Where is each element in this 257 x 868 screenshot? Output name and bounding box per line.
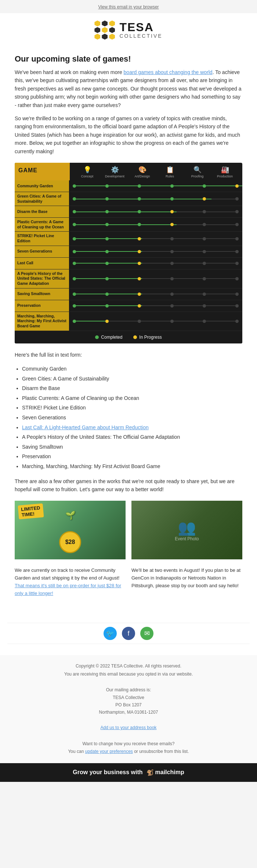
track-dot [235, 304, 239, 308]
hex-4 [94, 27, 100, 33]
body-paragraph-3: There are also a few other games in the … [15, 477, 242, 494]
view-browser-link[interactable]: View this email in your browser [98, 4, 159, 10]
list-item: Green Cities: A Game of Sustainability [22, 374, 242, 384]
images-row: LIMITEDTIME! 🌱 $28 👥 Event Photo [15, 501, 242, 559]
limited-time-badge: LIMITEDTIME! [18, 503, 44, 519]
track-dot [138, 197, 141, 201]
page-title: Our upcoming slate of games! [15, 54, 242, 64]
footer: Copyright © 2022 TESA Collective. All ri… [0, 655, 257, 763]
track-dots-row [73, 210, 239, 213]
track-dot [235, 223, 239, 226]
track-dots-row [73, 277, 239, 280]
mailchimp-brand: mailchimp [155, 769, 184, 776]
chart-row: Preservation [15, 300, 242, 312]
stage-artdesign: 🎨 Art/Design [131, 166, 153, 178]
list-item: Saving Smalltown [22, 442, 242, 452]
hex-2 [102, 21, 108, 26]
chart-game-name: Last Call [15, 258, 69, 269]
event-image: 👥 Event Photo [131, 501, 242, 559]
track-dot [235, 277, 239, 280]
track-dot [170, 320, 174, 323]
mailing-label: Our mailing address is: [15, 686, 242, 694]
track-dot [235, 210, 239, 213]
track-dot [138, 293, 141, 296]
facebook-icon[interactable]: f [122, 627, 135, 640]
email-icon[interactable]: ✉ [140, 627, 153, 640]
track-dot [105, 223, 109, 226]
board-games-link[interactable]: board games about changing the world [124, 69, 213, 75]
mailchimp-logo[interactable]: 🐒 mailchimp [146, 769, 184, 776]
add-address-link[interactable]: Add us to your address book [101, 725, 157, 730]
events-text-col: We'll be at two events in August! If you… [131, 567, 242, 597]
track-dot [235, 237, 239, 240]
logo-container: TESA Collective [15, 21, 242, 40]
proofing-icon: 🔍 [193, 166, 202, 174]
track-dots-row [73, 184, 239, 188]
chart-row: STRIKE! Picket Line Edition [15, 232, 242, 246]
track-dots-row [73, 250, 239, 253]
progress-chart: GAME 💡 Concept ⚙️ Development 🎨 Art/Desi… [15, 163, 242, 343]
chart-track [69, 288, 242, 300]
track-dot [138, 237, 141, 240]
track-dots-row [73, 304, 239, 308]
chart-track [69, 232, 242, 245]
track-dots-row [73, 320, 239, 323]
chart-track [69, 258, 242, 269]
track-dot [73, 237, 76, 240]
chart-game-name: Community Garden [15, 180, 69, 192]
last-call-link[interactable]: Last Call: A Light-Hearted Game about Ha… [22, 424, 149, 430]
preorder-link[interactable]: That means it's still be on pre-order fo… [15, 583, 121, 596]
chart-row: Saving Smalltown [15, 288, 242, 300]
header: TESA Collective [0, 13, 257, 47]
unsub-row: You can update your preferences or unsub… [15, 748, 242, 756]
chart-game-name: Preservation [15, 300, 69, 312]
logo-brand: TESA [119, 21, 162, 33]
track-dot [170, 210, 174, 213]
stage-production: 🏭 Production [214, 166, 236, 178]
track-dot [73, 277, 76, 280]
track-dot [73, 210, 76, 213]
twitter-icon[interactable]: 🐦 [104, 627, 117, 640]
chart-row: Plastic Currents: A Game of Cleaning up … [15, 218, 242, 232]
top-bar: View this email in your browser [0, 0, 257, 13]
change-prefs-text: Want to change how you receive these ema… [15, 740, 242, 748]
update-prefs-link[interactable]: update your preferences [85, 749, 133, 754]
text-columns-row: We are currently on track to receive Com… [15, 567, 242, 597]
chart-track [69, 218, 242, 231]
logo-sub: Collective [119, 33, 162, 39]
proofing-label: Proofing [191, 174, 204, 178]
list-item: Marching, Marching, Marching: My First A… [22, 461, 242, 471]
city-state: Northampton, MA 01061-1207 [15, 709, 242, 716]
mailchimp-text: Grow your business with [73, 769, 142, 776]
track-dot [203, 304, 206, 308]
track-dot [170, 262, 174, 265]
track-dot [203, 197, 206, 201]
po-box: PO Box 1207 [15, 701, 242, 709]
org-name: TESA Collective [15, 694, 242, 701]
social-divider [7, 623, 250, 623]
chart-row: Disarm the Base [15, 206, 242, 218]
track-dot [105, 304, 109, 308]
track-dot [73, 293, 76, 296]
track-dots-row [73, 237, 239, 240]
hex-7 [94, 34, 100, 40]
track-dot [138, 210, 141, 213]
chart-row: Last Call [15, 258, 242, 269]
chart-row: Green Cities: A Game of Sustainability [15, 192, 242, 206]
chart-header: GAME 💡 Concept ⚙️ Development 🎨 Art/Desi… [15, 163, 242, 180]
track-dot [105, 262, 109, 265]
garden-image-placeholder: LIMITEDTIME! 🌱 $28 [15, 501, 126, 559]
track-dot [73, 250, 76, 253]
track-dot [235, 197, 239, 201]
chart-game-name: STRIKE! Picket Line Edition [15, 232, 69, 245]
legend-completed-label: Completed [101, 335, 122, 340]
chart-game-name: Marching, Marching, Marching: My First A… [15, 312, 69, 331]
mailchimp-bar: Grow your business with 🐒 mailchimp [0, 763, 257, 782]
hex-1 [94, 21, 100, 26]
track-dot [203, 250, 206, 253]
list-item: A People's History of the United States:… [22, 432, 242, 442]
disclaimer-text: You are receiving this email because you… [15, 670, 242, 678]
hex-3 [109, 21, 115, 26]
chart-game-name: A People's History of the United States:… [15, 269, 69, 288]
game-list: Community GardenGreen Cities: A Game of … [22, 364, 242, 471]
